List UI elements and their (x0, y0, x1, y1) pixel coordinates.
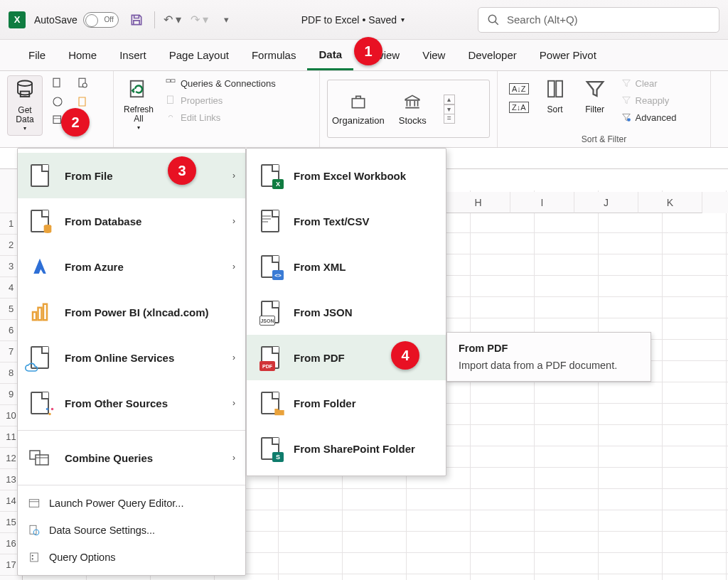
advanced-icon (621, 112, 631, 122)
autosave-label: AutoSave (34, 14, 77, 26)
queries-connections-button[interactable]: Queries & Connections (161, 75, 280, 91)
refresh-all-button[interactable]: Refresh All ▾ (121, 75, 156, 134)
briefcase-icon (348, 92, 369, 111)
qat-customize[interactable]: ▾ (218, 11, 236, 29)
from-text-csv-mini[interactable] (47, 75, 68, 91)
tab-page-layout[interactable]: Page Layout (158, 40, 240, 70)
chevron-right-icon: › (232, 453, 235, 463)
from-file-menuitem[interactable]: From File › (18, 153, 245, 198)
tooltip-title: From PDF (459, 343, 639, 354)
chevron-right-icon: › (232, 171, 235, 181)
undo-button[interactable]: ↶ ▾ (164, 11, 182, 29)
powerbi-icon (28, 300, 52, 324)
document-title[interactable]: PDF to Excel • Saved ▾ (301, 14, 405, 26)
data-source-settings[interactable]: Data Source Settings... (18, 517, 245, 544)
tab-data[interactable]: Data (307, 40, 353, 70)
from-database-menuitem[interactable]: From Database › (18, 198, 245, 244)
azure-icon (28, 254, 52, 279)
titlebar: X AutoSave Off ↶ ▾ ↷ ▾ ▾ PDF to Excel • … (0, 0, 728, 40)
xml-file-icon: <> (258, 254, 282, 279)
tab-home[interactable]: Home (57, 40, 108, 70)
row-header[interactable]: 18 (0, 576, 22, 580)
autosave-toggle[interactable]: Off (83, 12, 119, 28)
search-input[interactable]: Search (Alt+Q) (478, 7, 719, 33)
svg-rect-26 (36, 455, 48, 465)
tooltip: From PDF Import data from a PDF document… (446, 332, 651, 382)
from-other-sources-menuitem[interactable]: From Other Sources › (18, 380, 245, 426)
from-azure-menuitem[interactable]: From Azure › (18, 244, 245, 289)
text-file-icon (258, 209, 282, 233)
svg-rect-4 (53, 78, 60, 87)
svg-rect-11 (166, 80, 170, 82)
get-data-menu: From File › From Database › From Azure ›… (17, 148, 246, 576)
advanced-button[interactable]: Advanced (617, 109, 681, 125)
tab-formulas[interactable]: Formulas (240, 40, 308, 70)
from-web-mini[interactable] (47, 94, 68, 109)
autosave-toggle-group[interactable]: AutoSave Off (34, 12, 119, 28)
from-json[interactable]: JSON From JSON (247, 289, 446, 335)
redo-button[interactable]: ↷ ▾ (191, 11, 209, 29)
sharepoint-icon: S (258, 436, 282, 461)
search-icon (487, 14, 500, 26)
tab-file[interactable]: File (17, 40, 57, 70)
group-label-sort-filter: Sort & Filter (505, 134, 703, 146)
json-file-icon: JSON (258, 300, 282, 324)
col-header[interactable]: I (510, 192, 574, 213)
query-options[interactable]: Query Options (18, 544, 245, 571)
tab-view[interactable]: View (411, 40, 456, 70)
svg-rect-19 (33, 312, 36, 320)
properties-icon (165, 95, 176, 106)
properties-button: Properties (161, 92, 280, 108)
folder-icon (258, 391, 282, 415)
svg-point-24 (48, 413, 51, 416)
svg-rect-33 (31, 553, 38, 562)
recent-sources-mini[interactable] (73, 75, 94, 91)
from-folder[interactable]: From Folder (247, 380, 446, 426)
from-online-services-menuitem[interactable]: From Online Services › (18, 335, 245, 380)
sort-desc-button[interactable]: Z↓A (505, 100, 533, 115)
svg-point-5 (53, 97, 62, 106)
organization-type[interactable]: Organization (332, 92, 385, 126)
tab-insert[interactable]: Insert (108, 40, 158, 70)
tooltip-body: Import data from a PDF document. (459, 360, 639, 371)
svg-point-23 (51, 408, 54, 411)
chevron-right-icon: › (232, 262, 235, 272)
svg-point-34 (32, 555, 33, 557)
launch-power-query-editor[interactable]: Launch Power Query Editor... (18, 490, 245, 517)
step-badge-2: 2 (61, 108, 90, 136)
from-powerbi-menuitem[interactable]: From Power BI (xlncad.com) (18, 289, 245, 335)
gallery-scroll[interactable]: ▴▾= (444, 95, 455, 124)
combine-queries-menuitem[interactable]: Combine Queries › (18, 435, 245, 480)
pq-editor-icon (28, 497, 41, 510)
tab-power-pivot[interactable]: Power Pivot (528, 40, 608, 70)
existing-conn-mini[interactable] (73, 94, 94, 109)
stocks-type[interactable]: Stocks (399, 92, 427, 126)
excel-logo-icon: X (9, 11, 26, 28)
bank-icon (402, 92, 423, 111)
sort-asc-button[interactable]: A↓Z (505, 81, 533, 97)
step-badge-1: 1 (354, 37, 382, 65)
from-excel-workbook[interactable]: X From Excel Workbook (247, 153, 446, 198)
filter-button[interactable]: Filter (577, 75, 613, 117)
ribbon-toolbar: Get Data ▾ Refresh All ▾ (0, 71, 728, 148)
col-header[interactable]: J (574, 192, 638, 213)
svg-point-17 (627, 118, 631, 122)
step-badge-3: 3 (168, 156, 196, 185)
col-header[interactable]: K (638, 192, 702, 213)
from-xml[interactable]: <> From XML (247, 244, 446, 289)
from-sharepoint-folder[interactable]: S From SharePoint Folder (247, 426, 446, 471)
clear-icon (621, 78, 631, 88)
get-data-button[interactable]: Get Data ▾ (7, 75, 43, 136)
tab-developer[interactable]: Developer (456, 40, 528, 70)
save-icon[interactable] (127, 11, 146, 29)
from-text-csv[interactable]: From Text/CSV (247, 198, 446, 244)
data-types-gallery[interactable]: Organization Stocks ▴▾= (327, 80, 490, 138)
links-icon (165, 112, 176, 123)
column-headers: H I J K (446, 192, 728, 213)
svg-rect-15 (548, 81, 555, 97)
col-header[interactable]: H (446, 192, 510, 213)
refresh-icon (128, 78, 149, 104)
sort-button[interactable]: Sort (537, 75, 573, 117)
database-icon (14, 79, 36, 104)
svg-rect-16 (556, 81, 562, 97)
